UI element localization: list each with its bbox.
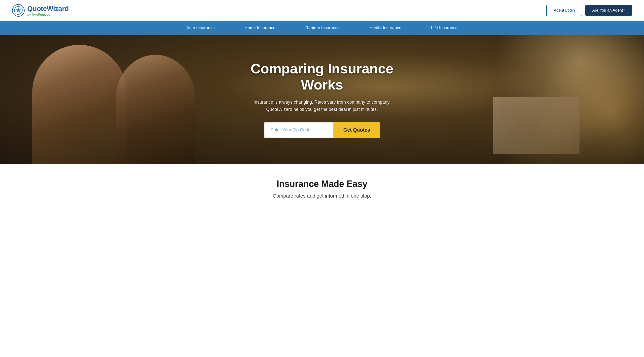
get-quotes-button[interactable]: Get Quotes — [334, 122, 380, 138]
nav-item-renters[interactable]: Renters Insurance — [290, 21, 354, 35]
hero-content: Comparing Insurance Works Insurance is a… — [225, 61, 419, 138]
nav-item-life[interactable]: Life Insurance — [416, 21, 472, 35]
hero-title: Comparing Insurance Works — [230, 61, 414, 93]
hero-subtitle-line1: Insurance is always changing. Rates vary… — [254, 100, 390, 105]
logo-area: QuoteWizard by lendingtree — [12, 4, 69, 17]
laptop — [493, 97, 580, 154]
hero-subtitle: Insurance is always changing. Rates vary… — [230, 99, 414, 113]
agent-login-button[interactable]: Agent Login — [546, 5, 582, 16]
nav-item-auto[interactable]: Auto Insurance — [172, 21, 230, 35]
logo-by: by — [27, 13, 31, 16]
hero-subtitle-line2: QuoteWizard helps you get the best deal … — [266, 107, 378, 112]
main-nav: Auto Insurance Home Insurance Renters In… — [0, 21, 644, 35]
logo-sub-text: by lendingtree — [27, 13, 69, 16]
are-you-agent-button[interactable]: Are You an Agent? — [585, 5, 632, 16]
logo-text: QuoteWizard by lendingtree — [27, 5, 69, 16]
zip-code-input[interactable] — [264, 122, 334, 138]
person-left — [32, 45, 126, 164]
nav-item-health[interactable]: Health Insurance — [354, 21, 416, 35]
hero-cta: Get Quotes — [230, 122, 414, 138]
below-hero-section: Insurance Made Easy Compare rates and ge… — [0, 164, 644, 209]
header-buttons: Agent Login Are You an Agent? — [546, 5, 632, 16]
below-hero-subtitle: Compare rates and get informed in one st… — [5, 193, 639, 199]
nav-item-home[interactable]: Home Insurance — [230, 21, 290, 35]
logo-main-text: QuoteWizard — [27, 5, 69, 13]
hero-section: Comparing Insurance Works Insurance is a… — [0, 35, 644, 164]
header: QuoteWizard by lendingtree Agent Login A… — [0, 0, 644, 21]
quotewizard-logo-icon — [12, 4, 25, 17]
logo-brand: lendingtree — [32, 13, 50, 16]
person-right — [116, 55, 195, 164]
below-hero-title: Insurance Made Easy — [5, 179, 639, 189]
